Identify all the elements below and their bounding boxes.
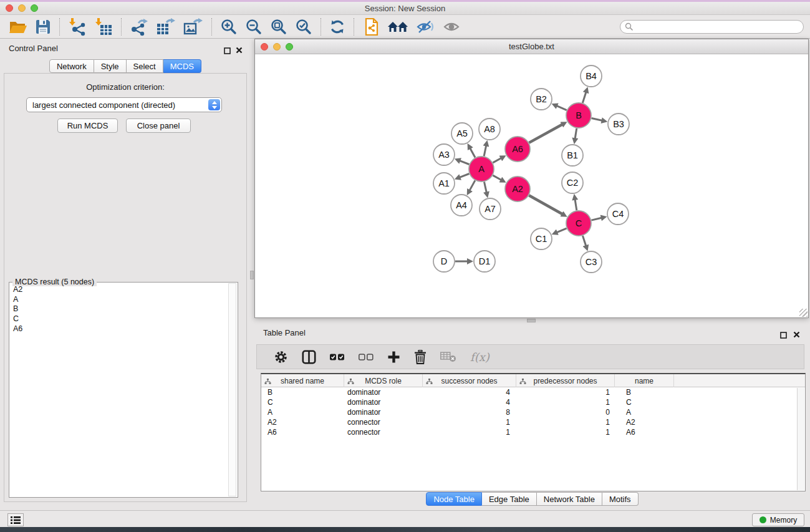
- show-all-icon[interactable]: [438, 16, 465, 37]
- column-header-predecessor-nodes[interactable]: predecessor nodes: [516, 374, 615, 387]
- table-cell[interactable]: connector: [344, 427, 423, 437]
- table-cell[interactable]: B: [615, 387, 674, 397]
- edge-A6-B[interactable]: [529, 124, 562, 142]
- table-cell[interactable]: 8: [423, 407, 516, 417]
- result-item[interactable]: A: [10, 295, 228, 305]
- new-session-from-network-icon[interactable]: [359, 16, 383, 37]
- table-cell[interactable]: 1: [423, 427, 516, 437]
- import-table-icon[interactable]: [90, 16, 117, 37]
- task-history-button[interactable]: [7, 513, 24, 526]
- tab-node-table[interactable]: Node Table: [426, 492, 482, 506]
- float-panel-icon[interactable]: [224, 46, 231, 57]
- table-cell[interactable]: dominator: [344, 407, 423, 417]
- edge-A-A1[interactable]: [460, 174, 469, 178]
- table-cell[interactable]: A6: [261, 427, 344, 437]
- optimization-criterion-select[interactable]: largest connected component (directed): [26, 97, 222, 112]
- hide-selected-icon[interactable]: [412, 16, 438, 37]
- table-cell[interactable]: A2: [615, 417, 674, 427]
- edge-B-B1[interactable]: [575, 128, 577, 139]
- edge-A-A4[interactable]: [470, 180, 475, 190]
- table-row[interactable]: A2connector11A2: [261, 417, 805, 427]
- table-row[interactable]: Cdominator41C: [261, 397, 805, 407]
- tab-motifs[interactable]: Motifs: [602, 492, 639, 506]
- edge-B-B4[interactable]: [582, 92, 586, 103]
- table-options-icon[interactable]: [267, 346, 295, 368]
- column-header-shared-name[interactable]: shared name: [261, 374, 344, 387]
- vertical-splitter-grip[interactable]: [250, 271, 254, 279]
- table-cell[interactable]: A: [261, 407, 344, 417]
- tab-network[interactable]: Network: [49, 59, 94, 73]
- function-builder-icon[interactable]: f(x): [463, 346, 496, 368]
- edge-C-C2[interactable]: [575, 200, 577, 211]
- zoom-out-icon[interactable]: [241, 16, 266, 37]
- edge-C-C3[interactable]: [582, 236, 586, 246]
- edge-A-A2[interactable]: [493, 175, 501, 180]
- tab-network-table[interactable]: Network Table: [537, 492, 602, 506]
- horizontal-splitter-grip[interactable]: [527, 319, 536, 322]
- table-cell[interactable]: A6: [615, 427, 674, 437]
- edge-B-B3[interactable]: [592, 118, 602, 120]
- export-table-icon[interactable]: [152, 16, 180, 37]
- tab-select[interactable]: Select: [127, 59, 163, 73]
- table-cell[interactable]: 0: [516, 407, 615, 417]
- zoom-fit-icon[interactable]: [266, 16, 291, 37]
- table-scrollbar[interactable]: [797, 388, 804, 490]
- table-cell[interactable]: 4: [423, 397, 516, 407]
- column-header-successor-nodes[interactable]: successor nodes: [423, 374, 516, 387]
- column-header-name[interactable]: name: [615, 374, 674, 387]
- table-row[interactable]: Bdominator41B: [261, 387, 805, 397]
- table-cell[interactable]: C: [261, 397, 344, 407]
- split-panel-icon[interactable]: [295, 346, 323, 368]
- first-neighbors-icon[interactable]: [383, 16, 412, 37]
- network-canvas[interactable]: B4B2BB3A8A5A6A3B1AC2A1A2A4A7C4CC1C3DD1: [255, 55, 808, 317]
- column-header-MCDS-role[interactable]: MCDS role: [344, 374, 423, 387]
- edge-A-A3[interactable]: [460, 161, 469, 165]
- table-cell[interactable]: 1: [516, 397, 615, 407]
- open-session-icon[interactable]: [5, 16, 31, 37]
- table-cell[interactable]: dominator: [344, 387, 423, 397]
- table-cell[interactable]: A: [615, 407, 674, 417]
- tab-mcds[interactable]: MCDS: [163, 59, 201, 73]
- edge-A-A8[interactable]: [484, 145, 486, 156]
- table-cell[interactable]: 1: [516, 387, 615, 397]
- result-item[interactable]: A2: [10, 285, 228, 295]
- tab-style[interactable]: Style: [94, 59, 127, 73]
- table-cell[interactable]: 4: [423, 387, 516, 397]
- delete-table-icon[interactable]: [433, 346, 463, 368]
- float-table-panel-icon[interactable]: [780, 330, 787, 341]
- refresh-icon[interactable]: [325, 16, 349, 37]
- result-list-scrollbar[interactable]: [228, 283, 236, 496]
- table-cell[interactable]: connector: [344, 417, 423, 427]
- memory-button[interactable]: Memory: [752, 513, 804, 526]
- delete-column-icon[interactable]: [407, 346, 433, 368]
- edge-A-A7[interactable]: [484, 182, 486, 193]
- table-row[interactable]: Adominator80A: [261, 407, 805, 417]
- add-column-icon[interactable]: [380, 346, 407, 368]
- save-session-icon[interactable]: [31, 16, 55, 37]
- close-panel-icon[interactable]: [236, 45, 243, 56]
- import-network-icon[interactable]: [64, 16, 90, 37]
- table-cell[interactable]: 1: [423, 417, 516, 427]
- result-item[interactable]: A6: [10, 324, 228, 334]
- table-cell[interactable]: 1: [516, 427, 615, 437]
- table-cell[interactable]: A2: [261, 417, 344, 427]
- search-input[interactable]: [620, 20, 804, 34]
- run-mcds-button[interactable]: Run MCDS: [57, 118, 118, 133]
- edge-A2-C[interactable]: [529, 195, 562, 214]
- close-panel-button[interactable]: Close panel: [126, 118, 191, 133]
- edge-A-A5[interactable]: [470, 148, 475, 158]
- result-item[interactable]: C: [10, 314, 228, 324]
- zoom-in-icon[interactable]: [216, 16, 241, 37]
- edge-B-B2[interactable]: [557, 106, 567, 110]
- export-network-icon[interactable]: [126, 16, 152, 37]
- table-row[interactable]: A6connector11A6: [261, 427, 805, 437]
- select-all-icon[interactable]: [323, 346, 352, 368]
- edge-A-A6[interactable]: [493, 158, 501, 162]
- window-resize-grip[interactable]: [799, 309, 808, 317]
- export-image-icon[interactable]: [180, 16, 207, 37]
- zoom-selected-icon[interactable]: [291, 16, 316, 37]
- table-cell[interactable]: B: [261, 387, 344, 397]
- close-table-panel-icon[interactable]: [793, 329, 800, 341]
- table-cell[interactable]: dominator: [344, 397, 423, 407]
- tab-edge-table[interactable]: Edge Table: [482, 492, 537, 506]
